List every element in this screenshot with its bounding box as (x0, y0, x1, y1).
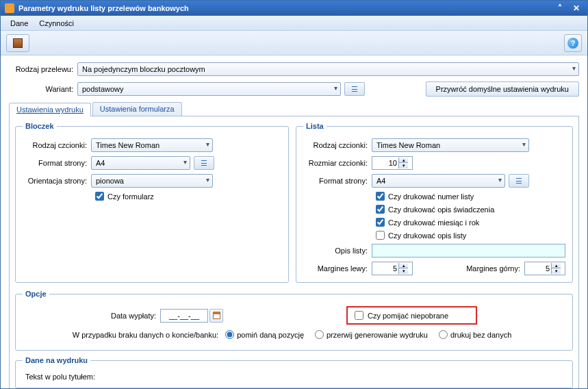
spin-down[interactable]: ▾ (398, 163, 408, 168)
close-button[interactable]: ✕ (570, 3, 583, 13)
spin-up[interactable]: ▴ (398, 263, 408, 268)
menu-czynnosci[interactable]: Czynności (34, 18, 79, 29)
bloczek-orient-label: Orientacja strony: (23, 177, 91, 185)
lista-size-input[interactable] (372, 159, 398, 167)
lista-size-label: Rozmiar czcionki: (303, 159, 372, 167)
data-wyplaty-input[interactable] (160, 309, 208, 323)
czy-pomijac-label: Czy pomijać niepobrane (368, 312, 448, 320)
opis-listy-label: Opis listy: (303, 247, 372, 255)
bloczek-font-select[interactable]: Times New Roman (91, 138, 213, 152)
menubar: Dane Czynności (1, 16, 587, 31)
chk-numer-listy[interactable] (376, 192, 385, 201)
calendar-button[interactable] (209, 309, 223, 323)
margines-gorny-label: Margines górny: (456, 264, 524, 273)
margines-gorny-input[interactable] (525, 264, 551, 273)
brak-danych-label: W przypadku braku danych o koncie/banku: (73, 331, 218, 339)
group-dane-na-wydruku: Dane na wydruku Tekst w polu tytułem: (15, 356, 573, 388)
lista-format-select[interactable]: A4 (372, 174, 505, 188)
calendar-icon (213, 312, 220, 319)
window-title: Parametry wydruku listy przelewów bankow… (18, 4, 189, 12)
wariant-label: Wariant: (9, 85, 77, 93)
restore-defaults-button[interactable]: Przywróć domyślne ustawienia wydruku (426, 81, 579, 97)
rodzaj-przelewu-select[interactable]: Na pojedynczym bloczku pocztowym (77, 62, 579, 76)
margines-gorny-spinner[interactable]: ▴▾ (524, 262, 565, 275)
exit-button[interactable] (6, 34, 29, 52)
titlebar: Parametry wydruku listy przelewów bankow… (1, 1, 587, 16)
margines-lewy-input[interactable] (372, 264, 398, 273)
tekst-tytulem-label: Tekst w polu tytułem: (25, 373, 95, 381)
highlight-pomijac: Czy pomijać niepobrane (346, 306, 477, 325)
lista-size-spinner[interactable]: ▴▾ (372, 156, 413, 170)
bloczek-format-lookup[interactable]: ☰ (194, 156, 214, 170)
help-icon: ? (567, 38, 578, 49)
lookup-icon: ☰ (201, 159, 207, 168)
group-lista: Lista Rodzaj czcionki: Times New Roman R… (296, 122, 573, 283)
opis-listy-input[interactable] (372, 244, 565, 258)
radio-pomin[interactable]: pomiń daną pozycję (225, 330, 304, 339)
menu-dane[interactable]: Dane (5, 18, 34, 29)
wariant-lookup-button[interactable]: ☰ (344, 82, 365, 96)
spin-up[interactable]: ▴ (551, 263, 561, 268)
bloczek-font-label: Rodzaj czcionki: (23, 141, 91, 149)
tabbar: Ustawienia wydruku Ustawienia formularza (9, 102, 579, 116)
rodzaj-przelewu-label: Rodzaj przelewu: (9, 65, 77, 73)
radio-drukuj[interactable]: drukuj bez danych (439, 330, 511, 339)
toolbar: ? (1, 31, 587, 55)
margines-lewy-spinner[interactable]: ▴▾ (372, 262, 413, 275)
dane-legend: Dane na wydruku (23, 356, 90, 364)
dialog-window: Parametry wydruku listy przelewów bankow… (0, 0, 588, 389)
czy-pomijac-checkbox[interactable] (355, 311, 363, 320)
bloczek-format-select[interactable]: A4 (91, 156, 190, 170)
spin-down[interactable]: ▾ (398, 268, 408, 274)
lookup-icon: ☰ (515, 177, 522, 186)
lista-format-lookup[interactable]: ☰ (509, 174, 529, 188)
lista-legend: Lista (303, 122, 327, 130)
help-button[interactable]: ? (564, 34, 582, 52)
chk-opis-listy[interactable] (376, 231, 385, 240)
group-opcje: Opcje Data wypłaty: Czy pomijać niepobra… (15, 290, 573, 351)
czy-formularz-checkbox[interactable] (95, 192, 104, 201)
bloczek-format-label: Format strony: (23, 159, 91, 167)
lista-font-select[interactable]: Times New Roman (372, 138, 529, 152)
margines-lewy-label: Margines lewy: (303, 264, 372, 273)
tab-ustawienia-formularza[interactable]: Ustawienia formularza (92, 102, 182, 116)
group-bloczek: Bloczek Rodzaj czcionki: Times New Roman… (15, 122, 289, 283)
chk-opis-swiadczenia[interactable] (376, 205, 385, 214)
spin-up[interactable]: ▴ (398, 158, 408, 163)
tab-ustawienia-wydruku[interactable]: Ustawienia wydruku (9, 103, 91, 116)
spin-down[interactable]: ▾ (551, 268, 561, 274)
minimize-button[interactable]: ˄ (553, 3, 567, 13)
chk-miesiac-rok[interactable] (376, 218, 385, 227)
czy-formularz-label: Czy formularz (107, 192, 154, 201)
lista-font-label: Rodzaj czcionki: (303, 141, 372, 149)
data-wyplaty-label: Data wypłaty: (111, 312, 156, 320)
tabpage-ustawienia: Bloczek Rodzaj czcionki: Times New Roman… (9, 116, 579, 389)
app-icon (5, 3, 14, 13)
opcje-legend: Opcje (23, 290, 49, 298)
radio-przerwij[interactable]: przerwij generowanie wydruku (315, 330, 428, 339)
door-icon (13, 38, 23, 48)
lookup-icon: ☰ (351, 85, 358, 94)
bloczek-orient-select[interactable]: pionowa (91, 174, 213, 188)
bloczek-legend: Bloczek (23, 122, 57, 130)
wariant-select[interactable]: podstawowy (77, 82, 341, 96)
lista-format-label: Format strony: (303, 177, 372, 185)
